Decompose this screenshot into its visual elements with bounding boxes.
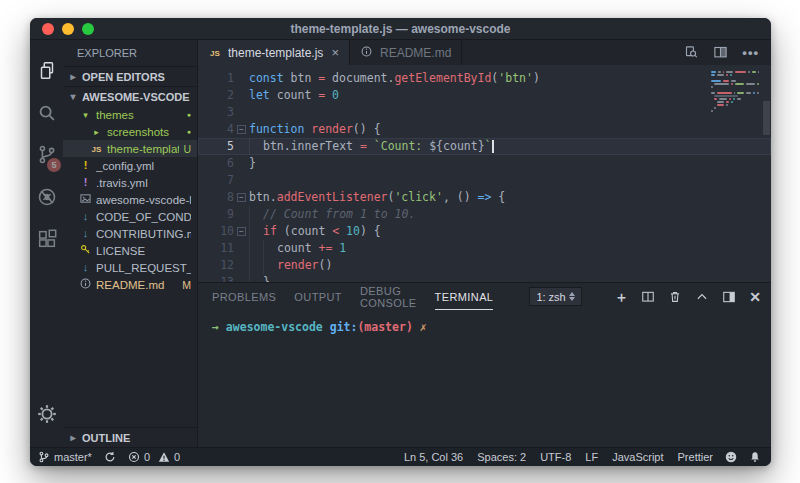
tree-item[interactable]: !.travis.yml [63,174,197,191]
problems-status[interactable]: 0 0 [128,451,180,463]
minimap-segment [718,71,721,73]
kill-terminal-icon[interactable] [668,290,682,304]
fold-marker-icon[interactable]: − [234,121,249,138]
activity-search[interactable] [30,92,63,134]
activity-extensions[interactable] [30,218,63,260]
editor-tab[interactable]: README.md [350,40,462,65]
maximize-panel-icon[interactable] [695,290,709,304]
settings-gear[interactable] [30,393,63,435]
tree-item[interactable]: ↓PULL_REQUEST_TEMP... [63,259,197,276]
tree-item[interactable]: JStheme-template....U [63,140,197,157]
title-bar: theme-template.js — awesome-vscode [30,18,771,40]
fold-marker-icon[interactable]: − [234,223,249,240]
code-line-2[interactable]: 2let count = 0 [198,87,771,104]
code-token: const [249,70,291,87]
tree-item[interactable]: ↓CODE_OF_CONDUCT.... [63,208,197,225]
code-editor[interactable]: 1const btn = document.getElementById('bt… [198,65,771,282]
fold-column [234,172,249,189]
code-line-12[interactable]: 12render() [198,257,771,274]
toggle-panel-icon[interactable] [722,290,736,304]
md-icon: ↓ [79,225,92,242]
minimap-line [711,104,759,106]
minimap-line [711,110,759,112]
panel-tab-output[interactable]: OUTPUT [294,283,342,310]
code-line-4[interactable]: 4−function render() { [198,121,771,138]
code-token: => [478,189,499,206]
tree-item[interactable]: LICENSE [63,242,197,259]
tree-item[interactable]: ↓CONTRIBUTING.md [63,225,197,242]
code-token: = [360,138,374,155]
code-line-10[interactable]: 10−if (count < 10) { [198,223,771,240]
editor-tab[interactable]: JStheme-template.js× [198,40,350,65]
status-item[interactable]: LF [585,451,598,463]
close-window-button[interactable] [42,23,54,35]
fold-column [234,155,249,172]
code-line-6[interactable]: 6} [198,155,771,172]
minimap[interactable] [711,71,759,113]
activity-debug[interactable] [30,176,63,218]
minimap-line [711,74,759,76]
activity-source-control[interactable]: 5 [30,134,63,176]
minimap-segment [711,80,721,82]
fold-marker-icon[interactable]: − [234,189,249,206]
new-terminal-icon[interactable]: ＋ [614,290,628,304]
open-preview-icon[interactable] [684,45,699,60]
editor-scrollbar[interactable] [763,101,770,135]
code-line-1[interactable]: 1const btn = document.getElementById('bt… [198,70,771,87]
minimap-line [711,86,759,88]
status-item[interactable]: Ln 5, Col 36 [404,451,463,463]
tree-item-label: PULL_REQUEST_TEMP... [96,262,191,274]
git-dot-badge: ● [187,128,191,135]
code-line-9[interactable]: 9// Count from 1 to 10. [198,206,771,223]
code-line-3[interactable]: 3 [198,104,771,121]
split-terminal-icon[interactable] [641,290,655,304]
tree-item[interactable]: !_config.yml [63,157,197,174]
tree-item[interactable]: README.mdM [63,276,197,293]
feedback-smiley-icon[interactable] [725,451,737,463]
tree-item[interactable]: awesome-vscode-logo... [63,191,197,208]
chevron-right-icon: ▸ [68,71,78,82]
minimap-line [711,98,759,100]
close-panel-icon[interactable]: ✕ [749,290,761,304]
minimize-window-button[interactable] [62,23,74,35]
code-token: { [498,189,505,206]
code-line-7[interactable]: 7 [198,172,771,189]
close-tab-icon[interactable]: × [331,45,339,60]
code-token: () [319,257,333,274]
code-token: let [249,87,277,104]
code-line-5[interactable]: 5btn.innerText = `Count: ${count}` [198,138,771,155]
split-editor-icon[interactable] [713,45,728,60]
git-branch-status[interactable]: master* [38,451,92,463]
status-item[interactable]: JavaScript [612,451,663,463]
project-section[interactable]: ▾ AWESOME-VSCODE [63,86,197,106]
minimap-segment [711,71,716,73]
open-editors-section[interactable]: ▸ OPEN EDITORS [63,66,197,86]
panel-tab-terminal[interactable]: TERMINAL [435,283,494,310]
prompt-token: git: [330,320,358,334]
code-line-13[interactable]: 13} [198,274,771,282]
status-item[interactable]: Prettier [678,451,713,463]
zoom-window-button[interactable] [82,23,94,35]
outline-section[interactable]: ▸ OUTLINE [63,427,197,447]
sidebar-explorer: EXPLORER ▸ OPEN EDITORS ▾ AWESOME-VSCODE… [63,40,198,447]
terminal-content[interactable]: → awesome-vscode git:(master) ✗ [198,310,771,447]
status-item[interactable]: Spaces: 2 [477,451,526,463]
code-line-11[interactable]: 11count += 1 [198,240,771,257]
more-actions-icon[interactable]: ••• [742,45,759,60]
tree-item[interactable]: ▸screenshots● [63,123,197,140]
activity-explorer[interactable] [30,50,63,92]
minimap-segment [714,98,717,100]
terminal-shell-select[interactable]: 1: zsh [529,287,582,306]
code-token: btn [291,70,319,87]
notifications-bell-icon[interactable] [749,451,761,463]
line-number: 5 [198,138,234,155]
panel-tab-debug-console[interactable]: DEBUG CONSOLE [360,283,417,310]
code-token: ( [387,189,394,206]
tree-item[interactable]: ▾themes● [63,106,197,123]
code-line-8[interactable]: 8−btn.addEventListener('click', () => { [198,189,771,206]
minimap-segment [757,92,759,94]
sync-status[interactable] [104,451,116,463]
status-item[interactable]: UTF-8 [540,451,571,463]
code-token: ) { [360,223,381,240]
panel-tab-problems[interactable]: PROBLEMS [212,283,276,310]
